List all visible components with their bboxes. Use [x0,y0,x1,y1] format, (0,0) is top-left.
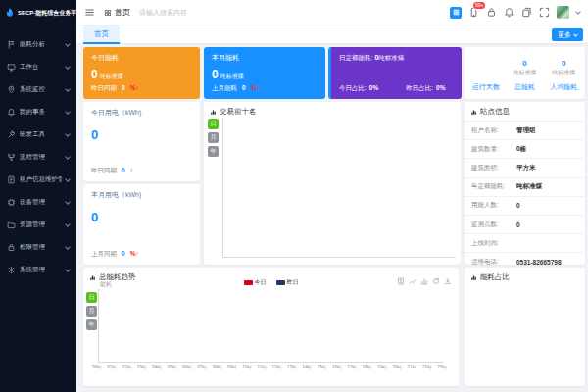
sidebar-menu: 能耗分析 工作台 系统监控 我的事务 [0,25,76,281]
bell-icon [7,108,16,117]
card-value: 0 [91,210,192,224]
legend-item[interactable]: 昨日 [276,278,299,287]
data-view-icon[interactable] [397,277,405,285]
stat-label: 运行天数 [472,82,500,92]
chart-title: 能耗占比 [480,272,510,282]
sidebar-item[interactable]: 系统监控 [0,78,76,101]
chart-range-toggle[interactable]: 年 [208,146,219,157]
chevron-down-icon [65,41,71,47]
top10-plot-area [222,118,456,258]
today-power-card: 今日用电（kWh) 0 昨日同期0↑ [83,102,200,181]
x-axis-tick-label: 15时 [318,365,327,369]
site-info-card: 站点信息 租户名称: 管理组 建筑数量: 0栋 建筑面积: 平方米 [465,102,585,265]
tab-bar: 首页 更多 [76,25,588,44]
chart-range-toggle[interactable]: 月 [86,306,97,317]
x-axis-tick-label: 06时 [182,365,192,369]
bell-icon[interactable] [504,7,514,18]
kpi-month-energy: 本月能耗 0吨标准煤 上月能耗0%↑ [204,47,325,99]
chevron-down-icon [65,244,71,250]
chevron-down-icon [65,86,71,92]
quota-yesterday-label: 昨日占比: [406,84,433,93]
search-input[interactable] [139,9,220,16]
tab-home[interactable]: 首页 [83,25,120,44]
chart-icon [210,109,217,116]
sidebar-item-label: 系统管理 [20,266,62,274]
line-chart-icon[interactable] [409,277,416,285]
user-menu-chevron-icon[interactable] [575,9,581,15]
kpi-unit: 吨标准煤 [100,74,123,79]
refresh-icon[interactable] [432,277,440,285]
legend-item[interactable]: 今日 [244,278,267,287]
x-axis-tick-label: 05时 [168,365,177,369]
sidebar-item[interactable]: 我的事务 [0,101,76,123]
sidebar-item[interactable]: 系统管理 [0,259,76,281]
chevron-down-icon [65,131,71,137]
more-button[interactable]: 更多 [552,28,583,41]
compare-value: 0 [122,250,125,257]
bar-chart-icon[interactable] [420,277,428,285]
panel-title: 站点信息 [480,107,510,117]
lock-screen-icon[interactable] [486,7,497,18]
x-axis-tick-label: 00时 [92,365,102,369]
x-axis-tick-label: 03时 [137,365,147,369]
chart-range-toggle[interactable]: 月 [208,132,219,143]
download-icon[interactable] [444,277,452,285]
copy-icon[interactable] [521,7,532,18]
sidebar-item[interactable]: 工作台 [0,56,76,78]
grid-icon [104,9,112,17]
chevron-down-icon [65,64,71,70]
trend-range-toggles: 日月年 [86,292,97,330]
avatar[interactable] [557,6,569,19]
top10-range-toggles: 日月年 [208,119,219,157]
stat-value: 0 [562,59,565,68]
site-info-rows: 租户名称: 管理组 建筑数量: 0栋 建筑面积: 平方米 年定额能耗: 吨标准煤 [465,121,585,271]
sidebar-item-label: 流程管理 [20,153,62,162]
x-axis-tick-label: 20时 [392,365,402,369]
nav-home[interactable]: 首页 [104,7,130,18]
chevron-down-icon [65,267,71,272]
header-actions: 99+ [450,6,580,19]
sidebar-item[interactable]: 设备管理 [0,191,76,214]
nav-home-label: 首页 [115,7,130,18]
sidebar-item[interactable]: 流程管理 [0,146,76,169]
app-logo: SECP-能耗综合业务平台 [0,0,76,25]
x-axis-tick-label: 19时 [377,365,387,369]
compare-value: 0 [242,84,246,91]
sidebar-item[interactable]: 研发工具 [0,123,76,146]
sidebar-item[interactable]: 租户信息维护管理 [0,169,76,191]
chip-icon [7,198,16,207]
sidebar-item-label: 系统监控 [20,85,62,94]
stat-label: 总能耗 [514,82,535,92]
chart-range-toggle[interactable]: 年 [86,319,97,330]
sidebar-item[interactable]: 资源管理 [0,214,76,236]
site-row-value: 管理组 [516,126,536,135]
lock-icon [7,243,16,252]
site-info-row: 年定额能耗: 吨标准煤 [465,177,585,196]
chevron-down-icon [65,199,71,205]
monitor-icon [7,63,16,72]
legend-swatch [276,280,285,285]
chart-range-toggle[interactable]: 日 [86,292,97,303]
chart-icon [470,274,477,281]
site-row-label: 运维电话: [471,258,516,267]
site-row-label: 用能人数: [471,201,516,210]
compare-suffix: %↑ [130,250,139,257]
sidebar-item-label: 租户信息维护管理 [20,175,62,184]
kpi-today-energy: 今日能耗 0吨标准煤 昨日同期0%↑ [83,47,200,99]
menu-icon[interactable] [84,7,95,18]
site-row-label: 建筑数量: [471,145,516,154]
sidebar-item-label: 工作台 [20,63,62,72]
compare-label: 上月能耗 [212,84,237,93]
kpi-daily-quota: 日定额能耗: 0吨标准煤 今日占比:0% 昨日占比:0% [328,47,462,99]
chart-range-toggle[interactable]: 日 [208,119,219,129]
site-row-label: 监测点数: [471,220,516,229]
sidebar-item[interactable]: 能耗分析 [0,33,76,56]
sidebar-item[interactable]: 权限管理 [0,236,76,259]
apps-icon[interactable] [450,7,462,19]
messages-icon[interactable]: 99+ [468,7,479,18]
chart-title: 交易前十名 [220,107,257,117]
compare-suffix: %↑ [130,84,139,91]
app-title: SECP-能耗综合业务平台 [18,9,82,18]
fullscreen-icon[interactable] [539,7,550,18]
kpi-title: 本月能耗 [212,53,318,63]
